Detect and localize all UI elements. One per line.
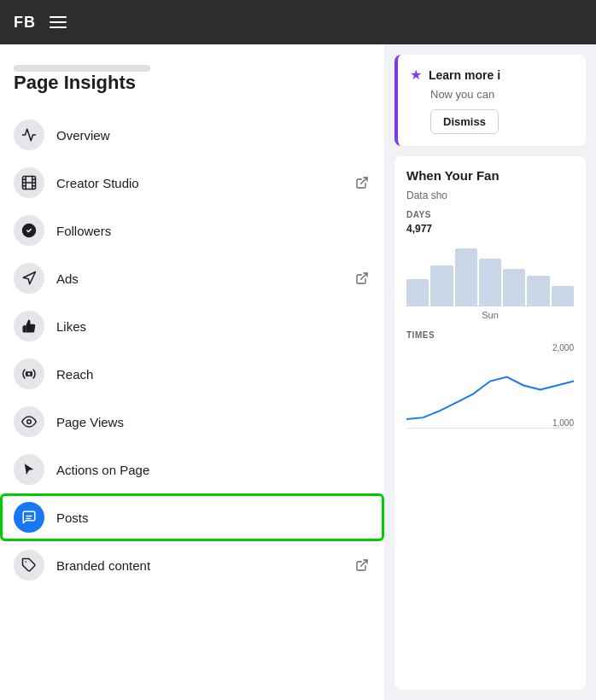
eye-icon [14, 406, 44, 437]
film-icon [14, 167, 44, 198]
trend-icon [14, 120, 44, 150]
ads-label: Ads [56, 271, 354, 286]
sidebar-item-creator-studio[interactable]: Creator Studio [0, 159, 384, 207]
thumbsup-icon [14, 311, 44, 341]
reach-label: Reach [56, 367, 371, 382]
menu-icon[interactable] [50, 16, 67, 28]
creator-studio-label: Creator Studio [56, 176, 354, 190]
sidebar-item-actions-on-page[interactable]: Actions on Page [0, 446, 384, 493]
sidebar: Page Insights Overview [0, 44, 384, 700]
megaphone-icon [14, 263, 44, 294]
svg-line-9 [361, 273, 367, 279]
y-label-2000: 2,000 [552, 343, 574, 353]
promo-title: Learn more i [429, 68, 500, 82]
check-badge-icon [14, 215, 44, 246]
svg-line-8 [361, 178, 367, 184]
chart-data-label: Data sho [406, 190, 574, 201]
overview-label: Overview [56, 128, 371, 143]
bar-chart [406, 238, 574, 306]
bar-2 [455, 248, 477, 306]
bar-4 [503, 269, 525, 306]
promo-card: ★ Learn more i Now you can Dismiss [394, 55, 586, 146]
tag-icon [14, 550, 44, 580]
posts-icon [14, 502, 44, 533]
external-link-icon-branded [354, 557, 371, 574]
branded-content-label: Branded content [56, 558, 354, 573]
followers-label: Followers [56, 224, 371, 238]
days-header: DAYS [406, 210, 574, 219]
chart-title: When Your Fan [406, 168, 574, 183]
main-layout: Page Insights Overview [0, 44, 596, 700]
cursor-icon [14, 454, 44, 485]
chart-card: When Your Fan Data sho DAYS 4,977 Sun TI… [394, 156, 586, 690]
svg-point-10 [27, 372, 32, 376]
sidebar-item-branded-content[interactable]: Branded content [0, 541, 384, 589]
bar-1 [430, 265, 453, 306]
sidebar-item-ads[interactable]: Ads [0, 254, 384, 302]
external-link-icon-ads [354, 270, 371, 287]
line-chart: 2,000 1,000 [406, 343, 574, 429]
promo-body: Now you can [410, 88, 574, 101]
wifi-icon [14, 359, 44, 389]
page-insights-title: Page Insights [14, 72, 371, 94]
sidebar-subtitle-bar [14, 65, 150, 72]
external-link-icon [354, 174, 371, 191]
y-label-1000: 1,000 [552, 418, 574, 428]
y-labels: 2,000 1,000 [552, 343, 574, 428]
sidebar-header: Page Insights [0, 44, 384, 104]
dismiss-button[interactable]: Dismiss [430, 109, 499, 134]
svg-point-11 [27, 420, 32, 424]
sidebar-item-reach[interactable]: Reach [0, 350, 384, 398]
right-panel: ★ Learn more i Now you can Dismiss When … [384, 44, 596, 700]
sidebar-item-overview[interactable]: Overview [0, 111, 384, 159]
bar-5 [527, 276, 549, 306]
promo-star-icon: ★ [410, 67, 422, 83]
topbar: FB [0, 0, 596, 44]
bar-3 [479, 259, 501, 306]
times-header: TIMES [406, 330, 574, 340]
fb-logo: FB [14, 14, 36, 32]
sidebar-item-followers[interactable]: Followers [0, 207, 384, 254]
page-views-label: Page Views [56, 415, 371, 429]
sidebar-item-likes[interactable]: Likes [0, 302, 384, 350]
actions-on-page-label: Actions on Page [56, 463, 371, 477]
nav-list: Overview Creator Studio [0, 104, 384, 596]
likes-label: Likes [56, 319, 371, 334]
line-chart-svg [406, 343, 574, 428]
svg-line-15 [361, 560, 367, 566]
day-label: Sun [406, 310, 574, 320]
bar-0 [406, 279, 429, 306]
days-value: 4,977 [406, 223, 574, 235]
bar-6 [552, 286, 574, 306]
sidebar-item-posts[interactable]: Posts [0, 493, 384, 541]
sidebar-item-page-views[interactable]: Page Views [0, 398, 384, 446]
posts-label: Posts [56, 510, 371, 525]
promo-title-row: ★ Learn more i [410, 67, 574, 83]
